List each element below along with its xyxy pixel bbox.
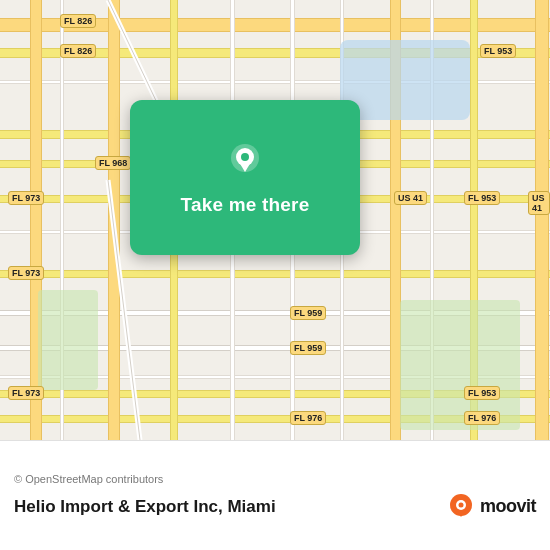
label-fl953-2: FL 953 <box>464 191 500 205</box>
svg-point-6 <box>241 153 249 161</box>
label-fl959-2: FL 959 <box>290 341 326 355</box>
moovit-text: moovit <box>480 496 536 517</box>
take-me-there-label: Take me there <box>181 194 310 216</box>
park-area-left <box>38 290 98 390</box>
take-me-there-button[interactable]: Take me there <box>130 100 360 255</box>
label-fl976-1: FL 976 <box>290 411 326 425</box>
location-pin-icon <box>223 140 267 184</box>
road-fl973-lower <box>0 270 550 278</box>
label-us41-2: US 41 <box>528 191 550 215</box>
label-us41-1: US 41 <box>394 191 427 205</box>
label-fl973-3: FL 973 <box>8 386 44 400</box>
svg-point-10 <box>458 502 463 507</box>
moovit-icon <box>447 493 475 521</box>
label-fl826-1: FL 826 <box>60 14 96 28</box>
bottom-row: Helio Import & Export Inc, Miami moovit <box>14 493 536 521</box>
label-fl973-1: FL 973 <box>8 191 44 205</box>
map-container: FL 826 FL 826 FL 953 FL 969 FL 968 FL 97… <box>0 0 550 440</box>
park-area <box>400 300 520 430</box>
label-fl826-2: FL 826 <box>60 44 96 58</box>
label-fl976-2: FL 976 <box>464 411 500 425</box>
place-name: Helio Import & Export Inc, Miami <box>14 497 276 517</box>
moovit-logo: moovit <box>447 493 536 521</box>
road-v-left <box>108 0 120 440</box>
map-attribution: © OpenStreetMap contributors <box>14 473 536 485</box>
bottom-bar: © OpenStreetMap contributors Helio Impor… <box>0 440 550 550</box>
label-fl968: FL 968 <box>95 156 131 170</box>
label-fl953-1: FL 953 <box>480 44 516 58</box>
road-v-far-right <box>535 0 549 440</box>
label-fl953-3: FL 953 <box>464 386 500 400</box>
label-fl973-2: FL 973 <box>8 266 44 280</box>
label-fl959-1: FL 959 <box>290 306 326 320</box>
